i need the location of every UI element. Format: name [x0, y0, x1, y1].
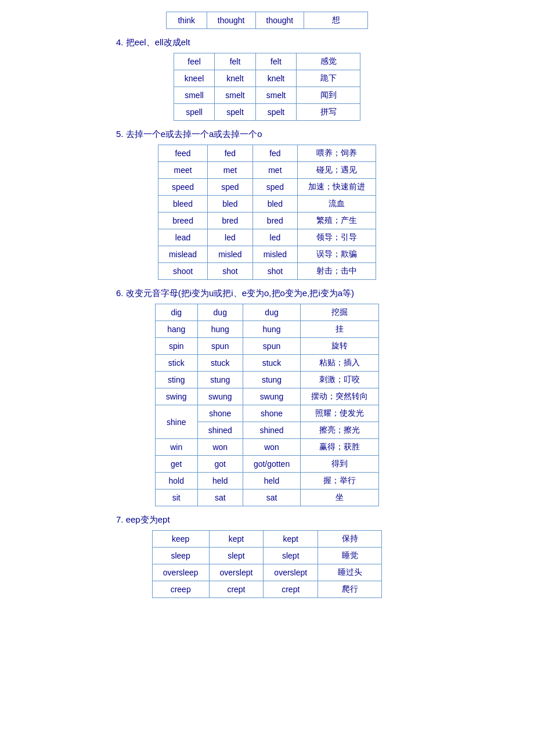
- cell-past: overslept: [209, 564, 264, 581]
- cell-base: get: [155, 456, 197, 473]
- cell-meaning: 得到: [301, 456, 379, 473]
- table-row: creep crept crept 爬行: [152, 581, 381, 598]
- cell-meaning: 睡过头: [318, 564, 382, 581]
- cell-pp: bred: [252, 213, 297, 229]
- section6-table: dig dug dug 挖掘 hang hung hung 挂 spin spu…: [155, 304, 379, 506]
- cell-meaning: 拼写: [297, 104, 360, 121]
- table-row: hold held held 握；举行: [155, 473, 378, 489]
- cell-pp: misled: [252, 246, 297, 263]
- cell-base: sleep: [152, 548, 209, 564]
- cell-pp: stuck: [243, 355, 300, 372]
- cell-base: shoot: [158, 263, 207, 280]
- cell-meaning: 繁殖；产生: [298, 213, 376, 229]
- cell-past: spelt: [215, 104, 255, 121]
- cell-pp: slept: [264, 548, 318, 564]
- cell-pp: overslept: [264, 564, 318, 581]
- cell-past: smelt: [215, 87, 255, 104]
- cell-pp: bled: [252, 196, 297, 213]
- cell-pp: sat: [243, 489, 300, 506]
- cell-base: mislead: [158, 246, 207, 263]
- cell-pp: fed: [252, 145, 297, 162]
- table-row: keep kept kept 保持: [152, 531, 381, 548]
- cell-meaning: 粘贴；插入: [301, 355, 379, 372]
- cell-pp: spelt: [255, 104, 296, 121]
- cell-past: felt: [215, 53, 255, 70]
- cell-meaning: 坐: [301, 489, 379, 506]
- cell-past: won: [197, 439, 243, 456]
- table-row: think thought thought 想: [166, 12, 367, 29]
- table-row: mislead misled misled 误导；欺骗: [158, 246, 376, 263]
- cell-pp: shone: [243, 405, 300, 422]
- cell-meaning: 误导；欺骗: [298, 246, 376, 263]
- table-row: win won won 赢得；获胜: [155, 439, 378, 456]
- top-think-table: think thought thought 想: [166, 12, 368, 29]
- table-row: spell spelt spelt 拼写: [174, 104, 360, 121]
- cell-meaning: 射击；击中: [298, 263, 376, 280]
- section6-table-wrap: dig dug dug 挖掘 hang hung hung 挂 spin spu…: [23, 304, 511, 506]
- cell-base: hang: [155, 321, 197, 338]
- section5-table-wrap: feed fed fed 喂养；饲养 meet met met 碰见；遇见 sp…: [23, 145, 511, 280]
- cell-meaning: 感觉: [297, 53, 360, 70]
- section6-title: 6. 改变元音字母(把i变为u或把i、e变为o,把o变为e,把i变为a等): [116, 288, 511, 299]
- cell-past: crept: [209, 581, 264, 598]
- cell-pp: knelt: [255, 70, 296, 87]
- cell-pp: met: [252, 162, 297, 179]
- table-row-shine1: shine shone shone 照耀；使发光: [155, 405, 378, 422]
- cell-base: smell: [174, 87, 214, 104]
- cell-past: met: [208, 162, 252, 179]
- cell-past: knelt: [215, 70, 255, 87]
- cell-base: meet: [158, 162, 207, 179]
- cell-meaning: 握；举行: [301, 473, 379, 489]
- cell-base: hold: [155, 473, 197, 489]
- cell-past: got: [197, 456, 243, 473]
- cell-base: sting: [155, 372, 197, 388]
- cell-base: feed: [158, 145, 207, 162]
- cell-base: swing: [155, 388, 197, 405]
- cell-base: bleed: [158, 196, 207, 213]
- cell-base: feel: [174, 53, 214, 70]
- cell-past: bred: [208, 213, 252, 229]
- table-row: oversleep overslept overslept 睡过头: [152, 564, 381, 581]
- cell-base: think: [166, 12, 207, 29]
- cell-meaning: 擦亮；擦光: [301, 422, 379, 439]
- cell-meaning: 碰见；遇见: [298, 162, 376, 179]
- cell-past: dug: [197, 304, 243, 321]
- cell-past: shot: [208, 263, 252, 280]
- cell-meaning: 赢得；获胜: [301, 439, 379, 456]
- cell-past: bled: [208, 196, 252, 213]
- section7-table: keep kept kept 保持 sleep slept slept 睡觉 o…: [152, 530, 382, 598]
- cell-base: spell: [174, 104, 214, 121]
- table-row: meet met met 碰见；遇见: [158, 162, 376, 179]
- cell-base: spin: [155, 338, 197, 355]
- cell-past: stung: [197, 372, 243, 388]
- cell-pp: spun: [243, 338, 300, 355]
- cell-past: shone: [197, 405, 243, 422]
- cell-base: speed: [158, 179, 207, 196]
- cell-meaning: 挂: [301, 321, 379, 338]
- cell-meaning: 闻到: [297, 87, 360, 104]
- section4-table: feel felt felt 感觉 kneel knelt knelt 跪下 s…: [174, 53, 360, 121]
- section7-title: 7. eep变为ept: [116, 514, 511, 525]
- table-row: shoot shot shot 射击；击中: [158, 263, 376, 280]
- cell-past: misled: [208, 246, 252, 263]
- table-row: kneel knelt knelt 跪下: [174, 70, 360, 87]
- cell-pp: sped: [252, 179, 297, 196]
- cell-pp: got/gotten: [243, 456, 300, 473]
- cell-base: kneel: [174, 70, 214, 87]
- cell-pp: thought: [255, 12, 304, 29]
- cell-pp: crept: [264, 581, 318, 598]
- cell-meaning: 加速；快速前进: [298, 179, 376, 196]
- table-row: lead led led 领导；引导: [158, 229, 376, 246]
- cell-meaning: 旋转: [301, 338, 379, 355]
- cell-base: creep: [152, 581, 209, 598]
- cell-base: keep: [152, 531, 209, 548]
- cell-past: stuck: [197, 355, 243, 372]
- cell-past: kept: [209, 531, 264, 548]
- table-row: sit sat sat 坐: [155, 489, 378, 506]
- cell-past: swung: [197, 388, 243, 405]
- cell-meaning: 摆动；突然转向: [301, 388, 379, 405]
- table-row: hang hung hung 挂: [155, 321, 378, 338]
- cell-meaning: 领导；引导: [298, 229, 376, 246]
- table-row: dig dug dug 挖掘: [155, 304, 378, 321]
- cell-pp: swung: [243, 388, 300, 405]
